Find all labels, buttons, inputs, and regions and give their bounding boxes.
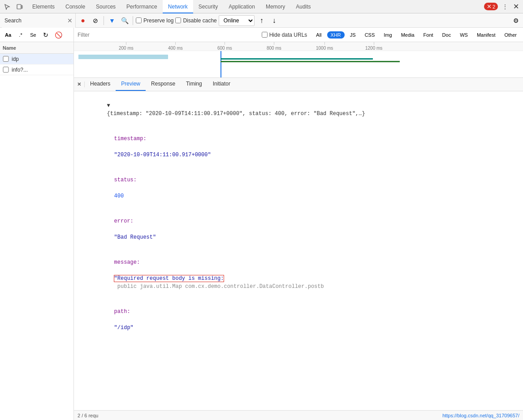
close-devtools-button[interactable]: ✕ (510, 1, 521, 12)
tab-preview[interactable]: Preview (116, 78, 146, 91)
json-status-value: 400 (114, 193, 124, 199)
request-checkbox-info[interactable] (2, 67, 10, 73)
filter-toolbar: Aa .* Se ↻ 🚫 Hide data URLs All XHR JS C… (0, 28, 523, 42)
svg-rect-1 (22, 5, 22, 9)
json-message-highlighted: "Required request body is missing: (114, 275, 224, 282)
request-item-info[interactable]: info?... (0, 64, 73, 75)
tab-network[interactable]: Network (163, 0, 193, 13)
json-timestamp-key: timestamp: (114, 136, 147, 142)
filter-input-wrapper (74, 32, 259, 38)
timeline-marker-blue (220, 51, 221, 78)
throttle-select[interactable]: Online Fast 3G Slow 3G Offline (219, 15, 255, 26)
status-bar: 2 / 6 requ https://blog.csdn.net/qq_3170… (74, 410, 523, 420)
col-name-header: Name (0, 45, 74, 51)
json-root-preview: {timestamp: "2020-10-09T14:11:00.917+000… (107, 111, 365, 117)
record-button[interactable]: ● (78, 15, 88, 26)
filter-tag-manifest[interactable]: Manifest (473, 31, 499, 39)
filter-tag-css[interactable]: CSS (361, 31, 379, 39)
main-content: Name idp info?... 200 ms 400 ms 600 ms 8… (0, 42, 523, 420)
disable-cache-checkbox[interactable] (175, 17, 181, 23)
tab-security[interactable]: Security (193, 0, 223, 13)
search-label: Search (4, 17, 65, 24)
refresh-button[interactable]: ↻ (40, 30, 51, 40)
detail-tabs-header: ✕ Headers Preview Response Timing Initia… (74, 78, 523, 91)
regex-button[interactable]: .* (15, 30, 26, 40)
requests-count: 2 / 6 requ (78, 413, 98, 418)
ruler-400ms: 400 ms (168, 42, 183, 51)
tab-headers[interactable]: Headers (85, 78, 116, 91)
timeline-bar-teal (220, 58, 373, 60)
settings-button[interactable]: ⚙ (510, 15, 521, 26)
tab-response[interactable]: Response (146, 78, 181, 91)
clear-button[interactable]: 🚫 (53, 30, 64, 40)
stop-recording-button[interactable]: ⊘ (90, 15, 101, 26)
error-badge[interactable]: ✕ 2 (484, 3, 498, 10)
filter-tag-media[interactable]: Media (398, 31, 418, 39)
timeline-bar-green (220, 61, 400, 62)
filter-tag-img[interactable]: Img (380, 31, 395, 39)
detail-close-button[interactable]: ✕ (74, 81, 85, 87)
disable-cache-text: Disable cache (183, 17, 216, 24)
right-panel: 200 ms 400 ms 600 ms 800 ms 1000 ms 1200… (74, 42, 523, 420)
cursor-icon[interactable] (2, 1, 13, 12)
json-message-line: message: "Required request body is missi… (74, 250, 523, 299)
filter-tag-font[interactable]: Font (420, 31, 437, 39)
preview-panel: ▼ {timestamp: "2020-10-09T14:11:00.917+0… (74, 91, 523, 410)
case-sensitive-button[interactable]: Aa (3, 30, 13, 40)
tab-memory[interactable]: Memory (260, 0, 290, 13)
tab-sources[interactable]: Sources (91, 0, 121, 13)
filter-tag-xhr[interactable]: XHR (327, 31, 345, 39)
device-icon[interactable] (14, 1, 25, 12)
json-root-line[interactable]: ▼ {timestamp: "2020-10-09T14:11:00.917+0… (74, 93, 523, 126)
ruler-1000ms: 1000 ms (316, 42, 333, 51)
request-item-idp[interactable]: idp (0, 54, 73, 64)
filter-input[interactable] (78, 32, 255, 38)
tab-console[interactable]: Console (60, 0, 91, 13)
filter-tag-other[interactable]: Other (501, 31, 520, 39)
filter-tag-js[interactable]: JS (346, 31, 359, 39)
tab-initiator[interactable]: Initiator (207, 78, 236, 91)
ruler-800ms: 800 ms (267, 42, 281, 51)
filter-button[interactable]: ▼ (107, 15, 117, 26)
ruler-200ms: 200 ms (119, 42, 134, 51)
request-checkbox-idp[interactable] (2, 56, 10, 62)
json-error-key: error: (114, 218, 134, 224)
tab-elements[interactable]: Elements (27, 0, 60, 13)
filter-tag-ws[interactable]: WS (456, 31, 471, 39)
timeline-area: 200 ms 400 ms 600 ms 800 ms 1000 ms 1200… (74, 42, 523, 78)
disable-cache-label[interactable]: Disable cache (175, 17, 216, 24)
json-expand-arrow[interactable]: ▼ (107, 103, 110, 109)
search-button[interactable]: 🔍 (119, 15, 130, 26)
filter-tag-doc[interactable]: Doc (439, 31, 455, 39)
tab-timing[interactable]: Timing (181, 78, 207, 91)
timeline-bars (74, 51, 523, 78)
search-options: Aa .* Se ↻ 🚫 (0, 28, 74, 42)
tab-application[interactable]: Application (223, 0, 260, 13)
import-har-button[interactable]: ↑ (256, 15, 267, 26)
json-error-value: "Bad Request" (114, 234, 156, 240)
network-toolbar: Search ✕ ● ⊘ ▼ 🔍 Preserve log Disable ca… (0, 13, 523, 28)
export-har-button[interactable]: ↓ (269, 15, 280, 26)
tab-performance[interactable]: Performance (121, 0, 163, 13)
json-timestamp-value: "2020-10-09T14:11:00.917+0000" (114, 152, 211, 158)
tab-icons (2, 1, 25, 12)
hide-data-urls-label[interactable]: Hide data URLs (262, 32, 307, 38)
search-select-button[interactable]: Se (28, 30, 39, 40)
filter-tag-all[interactable]: All (312, 31, 325, 39)
preserve-log-checkbox[interactable] (136, 17, 142, 23)
request-name-info: info?... (12, 67, 73, 73)
preserve-log-label[interactable]: Preserve log (136, 17, 173, 24)
search-close-button[interactable]: ✕ (67, 17, 73, 24)
svg-rect-0 (17, 4, 21, 9)
separator-2 (133, 16, 133, 25)
json-error-line: error: "Bad Request" (74, 209, 523, 250)
hide-data-urls-checkbox[interactable] (262, 32, 268, 38)
tab-audits[interactable]: Audits (290, 0, 316, 13)
waterfall-bar-2 (78, 55, 168, 59)
more-options-button[interactable]: ⋮ (500, 1, 510, 12)
json-timestamp-line: timestamp: "2020-10-09T14:11:00.917+0000… (74, 126, 523, 167)
separator-1 (104, 16, 104, 25)
json-status-key: status: (114, 177, 137, 183)
json-message-rest: public java.util.Map com.cx.demo.control… (114, 283, 324, 290)
request-name-idp: idp (12, 56, 73, 62)
